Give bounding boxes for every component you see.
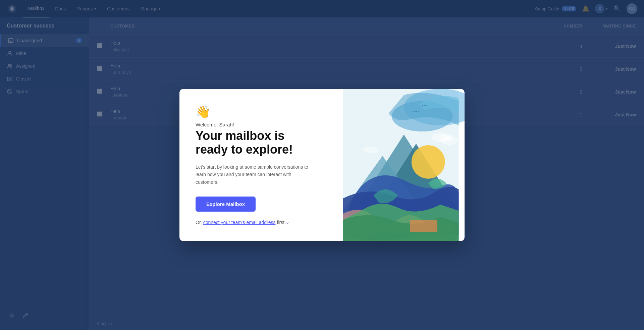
explore-mailbox-button[interactable]: Explore Mailbox (196, 197, 256, 212)
connect-email-link[interactable]: connect your team's email address (203, 220, 276, 225)
svg-point-21 (441, 136, 458, 145)
modal-description: Let's start by looking at some sample co… (196, 163, 310, 186)
welcome-modal: 👋 Welcome, Sarah! Your mailbox is ready … (179, 89, 465, 241)
modal-left: 👋 Welcome, Sarah! Your mailbox is ready … (179, 89, 337, 241)
svg-point-18 (412, 145, 445, 179)
wave-emoji: 👋 (196, 105, 321, 119)
modal-greeting: Welcome, Sarah! (196, 122, 321, 127)
modal-link-row: Or, connect your team's email address fi… (196, 220, 321, 225)
link-arrow-icon: › (287, 220, 289, 225)
svg-point-22 (363, 147, 378, 153)
modal-overlay[interactable]: 👋 Welcome, Sarah! Your mailbox is ready … (0, 0, 644, 330)
svg-rect-23 (410, 220, 437, 232)
modal-illustration-area (337, 89, 465, 241)
modal-title: Your mailbox is ready to explore! (196, 129, 321, 157)
